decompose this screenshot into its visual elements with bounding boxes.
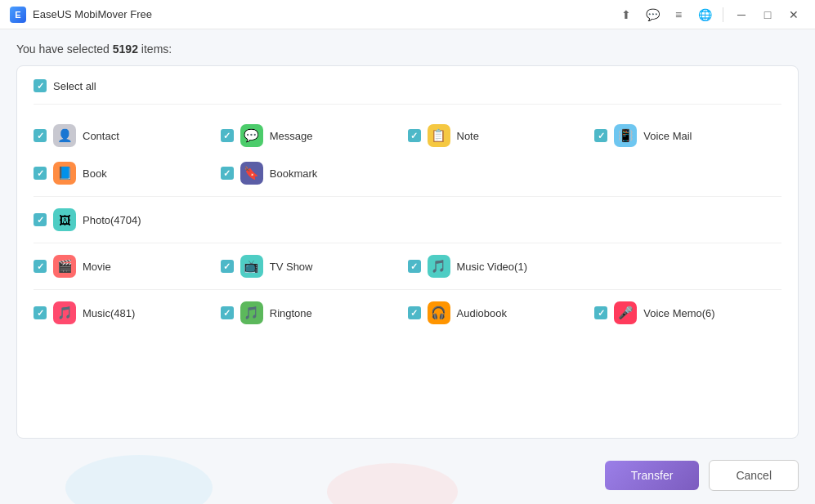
contact-icon: 👤 bbox=[53, 124, 76, 147]
note-checkbox[interactable] bbox=[408, 129, 421, 142]
message-label: Message bbox=[270, 130, 313, 142]
note-icon: 📋 bbox=[428, 124, 450, 147]
close-button[interactable]: ✕ bbox=[782, 3, 805, 26]
tvshow-label: TV Show bbox=[270, 261, 313, 273]
ringtone-label: Ringtone bbox=[270, 307, 312, 319]
upload-icon[interactable]: ⬆ bbox=[615, 3, 638, 26]
title-bar-left: E EaseUS MobiMover Free bbox=[10, 7, 152, 23]
bookmark-icon: 🔖 bbox=[240, 162, 263, 185]
audiobook-icon: 🎧 bbox=[428, 301, 450, 324]
list-item: 🔖 Bookmark bbox=[221, 162, 408, 185]
ringtone-icon: 🎵 bbox=[240, 301, 263, 324]
contact-label: Contact bbox=[83, 130, 119, 142]
movie-icon: 🎬 bbox=[53, 255, 76, 278]
musicvideo-icon: 🎵 bbox=[428, 255, 450, 278]
movie-label: Movie bbox=[83, 261, 111, 273]
musicvideo-checkbox[interactable] bbox=[408, 260, 421, 273]
app-title: EaseUS MobiMover Free bbox=[33, 8, 152, 20]
music-label: Music(481) bbox=[83, 307, 135, 319]
minimize-button[interactable]: ─ bbox=[730, 3, 753, 26]
section-audio: 🎵 Music(481) 🎵 Ringtone 🎧 Audiobook 🎤 V bbox=[34, 290, 781, 336]
voicememo-checkbox[interactable] bbox=[594, 306, 607, 319]
menu-icon[interactable]: ≡ bbox=[667, 3, 690, 26]
selection-prefix: You have selected bbox=[16, 42, 113, 56]
items-grid-apps2: 📘 Book 🔖 Bookmark bbox=[34, 158, 781, 188]
bookmark-label: Bookmark bbox=[270, 167, 318, 180]
list-item: 🎤 Voice Memo(6) bbox=[594, 301, 781, 324]
photo-checkbox[interactable] bbox=[34, 213, 47, 226]
items-grid-audio: 🎵 Music(481) 🎵 Ringtone 🎧 Audiobook 🎤 V bbox=[34, 298, 781, 328]
music-checkbox[interactable] bbox=[34, 306, 47, 319]
globe-icon[interactable]: 🌐 bbox=[693, 3, 716, 26]
section-photos: 🖼 Photo(4704) bbox=[34, 197, 781, 243]
title-bar-right: ⬆ 💬 ≡ 🌐 ─ □ ✕ bbox=[615, 3, 805, 26]
contact-checkbox[interactable] bbox=[34, 129, 47, 142]
list-item: 🎵 Music Video(1) bbox=[408, 255, 595, 278]
voicememo-label: Voice Memo(6) bbox=[643, 307, 714, 319]
movie-checkbox[interactable] bbox=[34, 260, 47, 273]
items-grid-photos: 🖼 Photo(4704) bbox=[34, 205, 781, 234]
list-item: 👤 Contact bbox=[34, 124, 221, 147]
transfer-button[interactable]: Transfer bbox=[605, 461, 700, 490]
voicememo-icon: 🎤 bbox=[614, 301, 637, 324]
separator bbox=[723, 7, 723, 22]
select-all-row: Select all bbox=[34, 79, 781, 105]
section-apps: 👤 Contact 💬 Message 📋 Note 📳 Voice Mail bbox=[34, 113, 781, 197]
musicvideo-label: Music Video(1) bbox=[457, 261, 527, 273]
photo-icon: 🖼 bbox=[53, 208, 76, 231]
list-item: 📋 Note bbox=[408, 124, 595, 147]
tvshow-checkbox[interactable] bbox=[221, 260, 234, 273]
voicemail-icon: 📳 bbox=[614, 124, 637, 147]
bottom-bar: Transfer Cancel bbox=[0, 452, 815, 504]
title-bar: E EaseUS MobiMover Free ⬆ 💬 ≡ 🌐 ─ □ ✕ bbox=[0, 0, 815, 29]
select-all-checkbox[interactable] bbox=[34, 79, 47, 92]
music-icon: 🎵 bbox=[53, 301, 76, 324]
list-item: 📘 Book bbox=[34, 162, 221, 185]
list-item: 📳 Voice Mail bbox=[594, 124, 781, 147]
list-item: 💬 Message bbox=[221, 124, 408, 147]
cancel-button[interactable]: Cancel bbox=[709, 460, 799, 491]
selection-info: You have selected 5192 items: bbox=[16, 42, 799, 56]
voicemail-checkbox[interactable] bbox=[594, 129, 607, 142]
photo-label: Photo(4704) bbox=[83, 214, 141, 226]
maximize-button[interactable]: □ bbox=[756, 3, 779, 26]
selection-box: Select all 👤 Contact 💬 Message 📋 Not bbox=[16, 65, 799, 439]
message-icon: 💬 bbox=[240, 124, 263, 147]
items-grid-video: 🎬 Movie 📺 TV Show 🎵 Music Video(1) bbox=[34, 252, 781, 281]
book-checkbox[interactable] bbox=[34, 167, 47, 180]
list-item: 🎵 Ringtone bbox=[221, 301, 408, 324]
selection-count: 5192 bbox=[113, 42, 138, 56]
items-grid-apps: 👤 Contact 💬 Message 📋 Note 📳 Voice Mail bbox=[34, 121, 781, 150]
main-content: You have selected 5192 items: Select all… bbox=[0, 29, 815, 452]
section-video: 🎬 Movie 📺 TV Show 🎵 Music Video(1) bbox=[34, 243, 781, 290]
audiobook-label: Audiobook bbox=[457, 307, 507, 319]
list-item: 🖼 Photo(4704) bbox=[34, 208, 221, 231]
list-item: 🎧 Audiobook bbox=[408, 301, 595, 324]
book-icon: 📘 bbox=[53, 162, 76, 185]
app-icon: E bbox=[10, 7, 26, 23]
audiobook-checkbox[interactable] bbox=[408, 306, 421, 319]
book-label: Book bbox=[83, 167, 107, 180]
bookmark-checkbox[interactable] bbox=[221, 167, 234, 180]
list-item: 🎵 Music(481) bbox=[34, 301, 221, 324]
select-all-label: Select all bbox=[53, 80, 96, 92]
list-item: 📺 TV Show bbox=[221, 255, 408, 278]
voicemail-label: Voice Mail bbox=[643, 130, 692, 142]
ringtone-checkbox[interactable] bbox=[221, 306, 234, 319]
tvshow-icon: 📺 bbox=[240, 255, 263, 278]
chat-icon[interactable]: 💬 bbox=[641, 3, 664, 26]
note-label: Note bbox=[457, 130, 479, 142]
selection-suffix: items: bbox=[138, 42, 172, 56]
list-item: 🎬 Movie bbox=[34, 255, 221, 278]
message-checkbox[interactable] bbox=[221, 129, 234, 142]
